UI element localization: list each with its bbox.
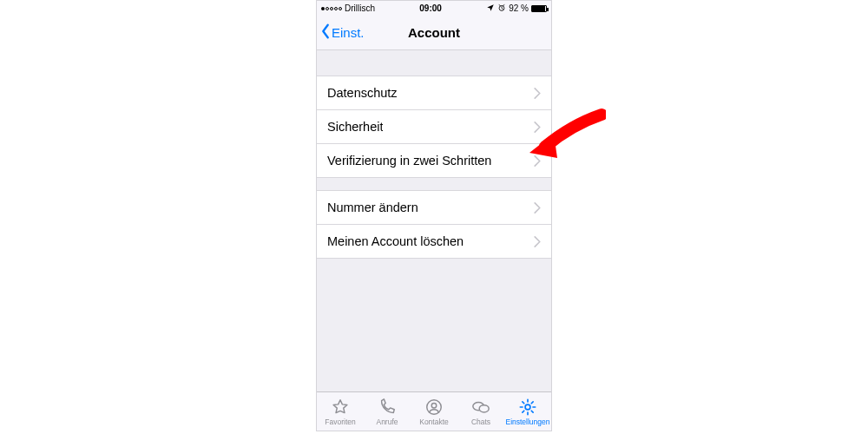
- star-icon: [331, 398, 350, 417]
- tab-anrufe[interactable]: Anrufe: [364, 392, 411, 431]
- tab-chats[interactable]: Chats: [457, 392, 504, 431]
- chevron-right-icon: [534, 88, 541, 99]
- svg-point-2: [431, 403, 437, 408]
- chevron-left-icon: [320, 23, 331, 42]
- phone-screen: Drillisch 09:00 92 % Einst.: [316, 0, 552, 431]
- page-title: Account: [408, 25, 460, 40]
- row-label: Datenschutz: [327, 86, 398, 100]
- chat-icon: [471, 398, 490, 417]
- spacer: [317, 178, 551, 190]
- carrier-label: Drillisch: [345, 3, 375, 13]
- tab-favoriten[interactable]: Favoriten: [317, 392, 364, 431]
- row-verifizierung[interactable]: Verifizierung in zwei Schritten: [317, 144, 551, 178]
- status-bar: Drillisch 09:00 92 %: [317, 1, 551, 16]
- phone-icon: [378, 398, 397, 417]
- chevron-right-icon: [534, 122, 541, 133]
- status-right: 92 %: [486, 3, 547, 14]
- tab-kontakte[interactable]: Kontakte: [411, 392, 457, 431]
- content: Datenschutz Sicherheit Verifizierung in …: [317, 50, 551, 391]
- status-left: Drillisch: [321, 3, 375, 13]
- chevron-right-icon: [534, 202, 541, 214]
- group-2: Nummer ändern Meinen Account löschen: [317, 190, 551, 259]
- contact-icon: [424, 398, 444, 417]
- clock-label: 09:00: [419, 3, 442, 13]
- tab-label: Chats: [471, 418, 490, 426]
- nav-header: Einst. Account: [317, 16, 551, 50]
- tab-einstellungen[interactable]: Einstellungen: [504, 392, 551, 431]
- tab-label: Einstellungen: [505, 418, 549, 426]
- row-datenschutz[interactable]: Datenschutz: [317, 76, 551, 110]
- row-nummer-aendern[interactable]: Nummer ändern: [317, 191, 551, 225]
- spacer: [317, 50, 551, 76]
- tab-label: Kontakte: [419, 418, 449, 426]
- chevron-right-icon: [534, 155, 541, 167]
- row-label: Sicherheit: [327, 120, 383, 134]
- row-sicherheit[interactable]: Sicherheit: [317, 110, 551, 144]
- row-label: Meinen Account löschen: [327, 234, 464, 248]
- tab-bar: Favoriten Anrufe Kontakte Chats: [317, 391, 551, 431]
- alarm-icon: [497, 3, 506, 14]
- battery-icon: [531, 5, 547, 12]
- svg-point-4: [479, 404, 489, 411]
- gear-icon: [518, 398, 537, 417]
- tab-label: Favoriten: [325, 418, 355, 426]
- row-label: Verifizierung in zwei Schritten: [327, 154, 491, 168]
- row-account-loeschen[interactable]: Meinen Account löschen: [317, 225, 551, 259]
- group-1: Datenschutz Sicherheit Verifizierung in …: [317, 76, 551, 178]
- signal-dots-icon: [321, 7, 342, 10]
- chevron-right-icon: [534, 236, 541, 247]
- back-label: Einst.: [332, 25, 365, 40]
- tab-label: Anrufe: [376, 418, 398, 426]
- battery-text: 92 %: [509, 3, 529, 13]
- svg-point-5: [525, 404, 530, 410]
- location-icon: [486, 3, 495, 14]
- back-button[interactable]: Einst.: [320, 16, 365, 49]
- row-label: Nummer ändern: [327, 201, 418, 214]
